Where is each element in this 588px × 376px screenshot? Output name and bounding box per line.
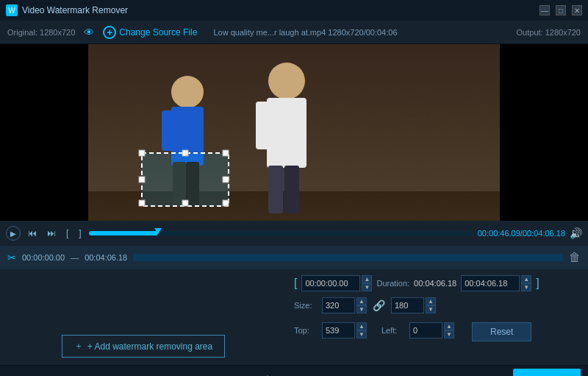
svg-point-4 [171,76,204,108]
start-time-input[interactable] [301,275,360,291]
left-label: Left: [381,326,404,335]
svg-rect-3 [500,44,588,221]
left-up[interactable]: ▲ [444,322,454,330]
time-display: 00:00:46.09/00:04:06.18 [478,229,565,238]
end-time-up[interactable]: ▲ [521,275,531,283]
end-time-input[interactable] [461,275,520,291]
start-time-down[interactable]: ▼ [362,283,372,291]
svg-rect-20 [139,177,145,182]
volume-icon[interactable]: 🔊 [570,227,582,239]
clip-bar: ✂ 00:00:00.00 — 00:04:06.18 🗑 [0,246,588,269]
clip-separator: — [71,253,79,262]
step-back-button[interactable]: ⏮ [25,227,40,240]
top-spinner[interactable]: ▲ ▼ [356,322,367,338]
change-source-label: Change Source File [119,27,197,38]
eye-icon[interactable]: 👁 [84,26,94,38]
size-row: Size: ▲ ▼ 🔗 ▲ ▼ [294,297,581,313]
svg-rect-17 [139,150,145,156]
svg-rect-23 [182,200,188,206]
clip-duration-bar[interactable] [133,254,563,261]
svg-rect-6 [162,110,176,151]
size-label: Size: [294,301,316,310]
delete-clip-icon[interactable]: 🗑 [569,251,581,264]
duration-value: 00:04:06.18 [414,279,456,288]
clip-end-button[interactable]: ] [76,227,84,240]
timeline-fill [89,231,158,235]
start-time-spinner[interactable]: ▲ ▼ [362,275,372,291]
height-spinner[interactable]: ▲ ▼ [426,297,436,313]
svg-rect-18 [182,150,188,156]
play-button[interactable]: ▶ [6,226,21,241]
title-bar-left: W Video Watermark Remover [6,4,128,16]
svg-rect-7 [189,110,204,151]
app-icon: W [6,4,18,16]
end-time-group: ▲ ▼ [461,275,531,291]
step-forward-button[interactable]: ⏭ [44,227,59,240]
time-range-row: [ ▲ ▼ Duration: 00:04:06.18 ▲ ▼ ] [294,275,581,291]
minimize-button[interactable]: — [539,5,550,15]
svg-rect-2 [0,44,88,221]
left-down[interactable]: ▼ [444,330,454,338]
file-info-label: Low quality me...r laugh at.mp4 1280x720… [213,28,397,37]
duration-label: Duration: [376,279,409,288]
svg-rect-15 [284,166,299,213]
top-input[interactable] [322,322,355,338]
position-row: Top: ▲ ▼ Left: ▲ ▼ Reset [294,319,581,341]
add-circle-icon: + [103,26,116,39]
close-button[interactable]: ✕ [572,5,582,15]
width-input[interactable] [322,297,355,313]
timeline-thumb [154,228,162,234]
add-area-label: + Add watermark removing area [87,341,212,352]
height-up[interactable]: ▲ [426,297,436,305]
maximize-button[interactable]: □ [556,5,566,15]
start-time-group: ▲ ▼ [301,275,372,291]
clip-end-time: 00:04:06.18 [85,253,127,262]
width-up[interactable]: ▲ [356,297,367,305]
width-group: ▲ ▼ [322,297,367,313]
height-group: ▲ ▼ [391,297,436,313]
top-label: Top: [294,326,316,335]
svg-rect-19 [223,150,229,156]
video-preview [0,44,588,221]
start-time-up[interactable]: ▲ [362,275,372,283]
clip-start-button[interactable]: [ [63,227,71,240]
reset-button[interactable]: Reset [472,322,531,341]
timeline-controls-bar: ▶ ⏮ ⏭ [ ] 00:00:46.09/00:04:06.18 🔊 [0,221,588,246]
left-spinner[interactable]: ▲ ▼ [444,322,454,338]
width-spinner[interactable]: ▲ ▼ [356,297,367,313]
change-source-button[interactable]: + Change Source File [103,26,197,39]
height-input[interactable] [391,297,424,313]
output-resolution-label: Output: 1280x720 [517,28,581,37]
svg-rect-21 [223,177,229,182]
bottom-panel: ＋ + Add watermark removing area [ ▲ ▼ Du… [0,269,588,365]
bracket-left-icon: [ [294,277,297,290]
title-bar: W Video Watermark Remover — □ ✕ [0,0,588,21]
left-group: ▲ ▼ [409,322,454,338]
export-button[interactable]: Export [513,369,581,377]
svg-rect-13 [289,102,305,149]
add-watermark-area-button[interactable]: ＋ + Add watermark removing area [62,335,225,358]
top-bar: Original: 1280x720 👁 + Change Source Fil… [0,21,588,44]
title-bar-controls[interactable]: — □ ✕ [539,5,582,15]
plus-icon: ＋ [74,340,83,352]
svg-rect-14 [268,166,283,213]
top-up[interactable]: ▲ [356,322,367,330]
app-title: Video Watermark Remover [22,5,128,15]
top-group: ▲ ▼ [322,322,367,338]
link-dimensions-icon[interactable]: 🔗 [373,299,385,311]
end-time-spinner[interactable]: ▲ ▼ [521,275,531,291]
left-panel: ＋ + Add watermark removing area [0,269,287,365]
original-resolution-label: Original: 1280x720 [7,28,75,37]
left-input[interactable] [409,322,442,338]
timeline-progress-bar[interactable] [89,231,473,235]
end-time-down[interactable]: ▼ [521,283,531,291]
height-down[interactable]: ▼ [426,305,436,313]
export-arrow-icon: ➡ [490,368,507,376]
svg-point-10 [268,63,305,99]
width-down[interactable]: ▼ [356,305,367,313]
right-panel: [ ▲ ▼ Duration: 00:04:06.18 ▲ ▼ ] Size [287,269,588,365]
top-down[interactable]: ▼ [356,330,367,338]
settings-gear-icon[interactable]: ⚙ [262,373,273,376]
video-scene [0,44,588,221]
scissors-icon: ✂ [7,252,16,263]
